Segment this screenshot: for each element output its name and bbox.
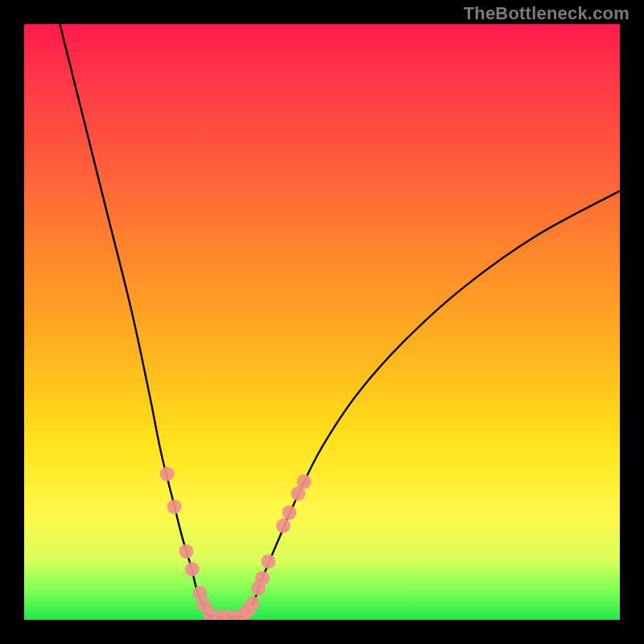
- highlight-dot: [179, 544, 193, 559]
- highlight-dot: [185, 562, 200, 576]
- highlight-dot: [167, 499, 181, 514]
- curve-layer: [24, 24, 620, 620]
- highlight-dot: [245, 596, 259, 610]
- highlight-dot: [276, 518, 291, 533]
- highlight-dot: [297, 474, 312, 489]
- highlight-dot: [282, 506, 296, 520]
- v-curve: [60, 24, 620, 617]
- highlight-dot: [160, 467, 175, 481]
- plot-area: [24, 24, 620, 620]
- attribution-text: TheBottleneck.com: [464, 3, 630, 24]
- highlight-dot: [261, 554, 275, 568]
- chart-frame: TheBottleneck.com: [0, 0, 644, 644]
- highlight-dot: [255, 571, 270, 585]
